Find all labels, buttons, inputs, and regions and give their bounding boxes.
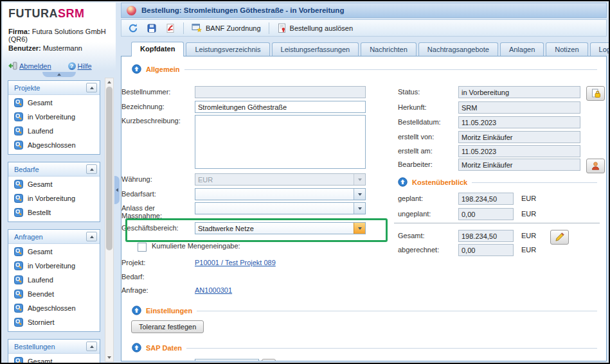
erstellt-am-field [458,145,580,157]
bezeichnung-label: Bezeichnung: [121,101,195,110]
nav-section-header-projekte[interactable]: Projekte [8,81,100,95]
nav-section-header-bestellungen[interactable]: Bestellungen [8,340,100,354]
anlass-dropdown[interactable] [195,202,366,214]
sap-partial-input[interactable] [195,359,259,361]
projekt-row: Projekt: P10001 / Test Projekt 089 [121,257,276,266]
scroll-up-icon[interactable] [105,78,113,86]
tab-nachrichten[interactable]: Nachrichten [361,42,417,56]
tab-leistungserfassungen[interactable]: Leistungserfassungen [272,42,359,56]
logout-link[interactable]: Abmelden [8,62,51,70]
pdf-button[interactable] [162,22,179,35]
logout-label: Abmelden [19,62,51,70]
tab-anlagen[interactable]: Anlagen [500,42,544,56]
nav-item-anfragen-in-vorbereitung[interactable]: in Vorbereitung [10,259,98,272]
nav-item-anfragen-gesamt[interactable]: Gesamt [10,245,98,258]
kosten-divider [394,223,600,223]
nav-item-projekte-in-vorbereitung[interactable]: in Vorbereitung [10,110,98,123]
nav-item-projekte-abgeschlossen[interactable]: Abgeschlossen [10,138,98,152]
nav-item-label: Gesamt [28,180,53,188]
company-line: Firma: Futura Solutions GmbH (QR6) [3,27,116,44]
bestelldatum-label: Bestelldatum: [398,116,458,126]
tab-kopfdaten[interactable]: Kopfdaten [131,42,184,56]
chevron-down-icon[interactable] [354,203,365,214]
collapse-section-icon[interactable] [86,232,97,241]
collapse-section-arrow-icon[interactable] [132,306,141,315]
waehrung-label: Währung: [121,173,195,183]
kurzbeschreibung-field[interactable] [195,115,366,169]
nav-item-bedarfe-bestellt[interactable]: Bestellt [10,205,98,219]
nav-item-label: Abgeschlossen [28,141,76,149]
nav-item-bestellungen-gesamt[interactable]: Gesamt [10,354,98,364]
bedarfsart-label: Bedarfsart: [121,188,195,198]
collapse-section-icon[interactable] [86,342,97,351]
currency-label: EUR [521,208,536,218]
tab-log[interactable]: Log [590,42,610,56]
search-icon [14,247,23,256]
currency-label: EUR [521,244,536,254]
nav-item-anfragen-beendet[interactable]: Beendet [10,287,98,300]
erstellt-von-row: erstellt von: [398,131,580,143]
collapse-section-icon[interactable] [86,83,97,92]
sidebar-scrollbar[interactable] [105,78,114,362]
nav-item-label: in Vorbereitung [28,113,75,121]
sidebar-top-splitter[interactable] [3,72,116,78]
help-icon: ? [68,62,76,70]
scrollbar-thumb[interactable] [106,87,112,250]
bestellung-ausloesen-button[interactable]: Bestellung auslösen [274,22,356,35]
nav-section-bestellungen: Bestellungen Gesamt in Vorbereitung Neu [8,339,100,364]
nav-item-projekte-laufend[interactable]: Laufend [10,124,98,137]
status-lock-button[interactable] [586,86,605,101]
panel-splitter-handle[interactable] [114,176,120,204]
tab-nachtragsangebote[interactable]: Nachtragsangebote [418,42,498,56]
collapse-section-arrow-icon[interactable] [398,177,408,187]
bearbeiter-person-button[interactable] [586,159,605,173]
anfrage-link[interactable]: AN1000301 [195,284,232,294]
nav-item-bedarfe-in-vorbereitung[interactable]: in Vorbereitung [10,191,98,205]
gesamt-edit-button[interactable] [550,230,569,245]
nav-section-header-bedarfe[interactable]: Bedarfe [8,162,100,177]
logout-icon [8,62,17,70]
nav-section-header-anfragen[interactable]: Anfragen [8,230,100,244]
anfrage-label: Anfrage: [121,284,195,294]
chevron-down-icon[interactable] [354,223,365,234]
collapse-section-arrow-icon[interactable] [132,64,141,74]
nav-item-projekte-gesamt[interactable]: Gesamt [10,96,98,109]
toolbar-separator [269,22,269,34]
waehrung-row: Währung: EUR [121,173,366,186]
kumulierte-checkbox[interactable] [138,243,147,252]
banf-zuordnung-button[interactable]: BANF Zuordnung [188,22,264,34]
bezeichnung-field[interactable] [195,101,366,113]
gesamt-row: Gesamt: EUR [398,230,569,245]
scroll-down-icon[interactable] [105,354,113,361]
collapse-section-icon[interactable] [86,164,97,174]
sap-partial-button[interactable] [262,359,276,361]
company-label: Firma: [8,28,30,35]
nav-section-bedarfe: Bedarfe Gesamt in Vorbereitung Bestellt [8,162,100,222]
bedarf-row: Bedarf: [121,271,195,281]
tab-leistungsverzeichnis[interactable]: Leistungsverzeichnis [186,42,269,56]
erstellt-am-row: erstellt am: [398,145,580,157]
search-icon [14,141,23,150]
geschaeftsbereich-dropdown[interactable]: Stadtwerke Netze [195,222,366,234]
projekt-link[interactable]: P10001 / Test Projekt 089 [195,257,276,266]
nav-section-title: Projekte [14,84,40,92]
collapse-section-arrow-icon[interactable] [132,343,141,352]
section-rule [472,182,597,183]
user-value: Mustermann [43,44,82,52]
bedarfsart-dropdown[interactable] [195,188,366,200]
section-rule [184,69,597,70]
nav-item-label: Laufend [28,127,53,135]
nav-item-anfragen-storniert[interactable]: Storniert [10,315,98,329]
nav-item-label: Abgeschlossen [28,304,76,312]
help-link[interactable]: ? Hilfe [68,62,92,70]
tab-notizen[interactable]: Notizen [546,42,588,56]
logo-srm: SRM [58,7,85,20]
save-button[interactable] [143,22,160,35]
nav-item-bedarfe-gesamt[interactable]: Gesamt [10,177,98,191]
refresh-button[interactable] [125,22,141,35]
nav-item-anfragen-laufend[interactable]: Laufend [10,273,98,286]
app-logo: FUTURASRM [3,3,116,23]
chevron-down-icon[interactable] [354,189,365,200]
toleranz-festlegen-button[interactable]: Toleranz festlegen [131,320,204,333]
nav-item-anfragen-abgeschlossen[interactable]: Abgeschlossen [10,301,98,315]
